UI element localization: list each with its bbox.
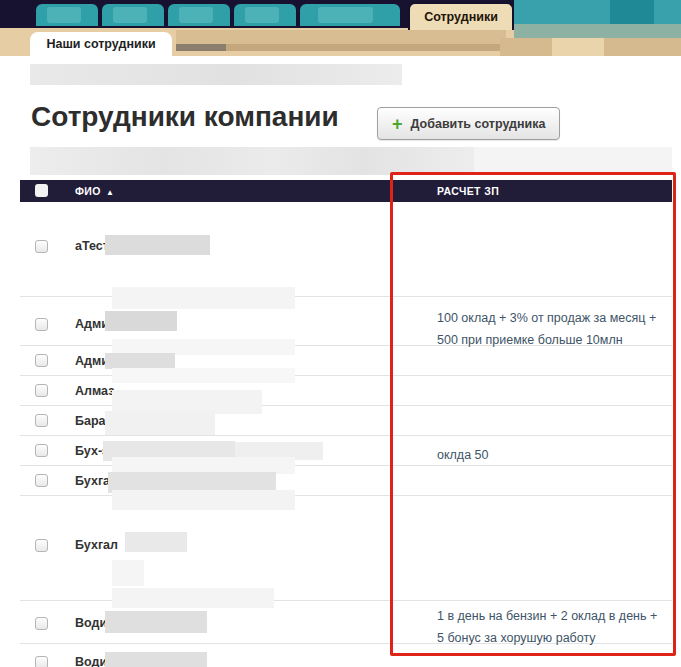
redacted-text <box>105 311 177 331</box>
row-checkbox[interactable] <box>35 414 48 427</box>
redacted-area <box>610 0 654 24</box>
redacted-tab[interactable] <box>168 4 230 26</box>
redacted-text <box>105 353 175 369</box>
row-checkbox[interactable] <box>35 539 48 552</box>
redacted-text <box>112 560 144 586</box>
add-employee-button-label: Добавить сотрудника <box>411 117 546 131</box>
redacted-text <box>112 490 295 510</box>
redacted-text <box>105 411 215 435</box>
tab-employees[interactable]: Сотрудники <box>408 2 514 30</box>
redacted-filter-bar <box>30 147 474 175</box>
annotation-red-box <box>390 172 676 656</box>
tab-blur <box>179 7 213 23</box>
plus-icon: + <box>392 115 403 133</box>
redacted-area <box>500 38 681 56</box>
redacted-text <box>112 287 295 309</box>
employee-name-link[interactable]: Бухгал <box>75 538 118 552</box>
employee-name-link[interactable]: Алмаз <box>75 384 114 398</box>
redacted-area <box>176 44 506 51</box>
row-checkbox[interactable] <box>35 354 48 367</box>
redacted-text <box>112 368 295 383</box>
row-checkbox[interactable] <box>35 474 48 487</box>
top-nav-bar: Сотрудники <box>0 0 681 28</box>
redacted-text <box>105 611 207 633</box>
add-employee-button[interactable]: + Добавить сотрудника <box>377 107 560 140</box>
redacted-text <box>112 588 274 608</box>
column-header-name[interactable]: ФИО▲ <box>75 185 114 197</box>
row-checkbox[interactable] <box>35 384 48 397</box>
row-checkbox[interactable] <box>35 656 48 667</box>
redacted-area <box>176 30 506 45</box>
redacted-area <box>514 24 681 38</box>
column-header-name-label: ФИО <box>75 185 101 197</box>
redacted-text <box>125 532 187 552</box>
tab-blur <box>318 7 373 23</box>
row-checkbox[interactable] <box>35 240 48 253</box>
redacted-text <box>105 652 207 667</box>
redacted-breadcrumb <box>30 64 402 85</box>
sort-asc-icon: ▲ <box>106 188 114 197</box>
row-checkbox[interactable] <box>35 318 48 331</box>
row-checkbox[interactable] <box>35 444 48 457</box>
tab-employees-label: Сотрудники <box>424 10 498 24</box>
redacted-tab[interactable] <box>234 4 296 26</box>
redacted-text <box>105 235 210 255</box>
employees-page: Сотрудники Наши сотрудники Сотрудники ко… <box>0 0 681 667</box>
redacted-tab[interactable] <box>300 4 400 26</box>
redacted-tab[interactable] <box>36 4 98 26</box>
select-all-checkbox[interactable] <box>35 184 48 197</box>
redacted-area <box>176 44 226 51</box>
row-checkbox[interactable] <box>35 617 48 630</box>
tab-blur <box>113 7 147 23</box>
tab-blur <box>245 7 279 23</box>
page-title: Сотрудники компании <box>31 101 339 133</box>
redacted-tab[interactable] <box>102 4 164 26</box>
redacted-area <box>552 38 604 56</box>
redacted-area <box>514 0 681 24</box>
redacted-filter-bar <box>474 147 672 175</box>
tab-blur <box>47 7 81 23</box>
subtab-our-employees-label: Наши сотрудники <box>46 37 155 51</box>
subtab-our-employees[interactable]: Наши сотрудники <box>30 32 172 56</box>
